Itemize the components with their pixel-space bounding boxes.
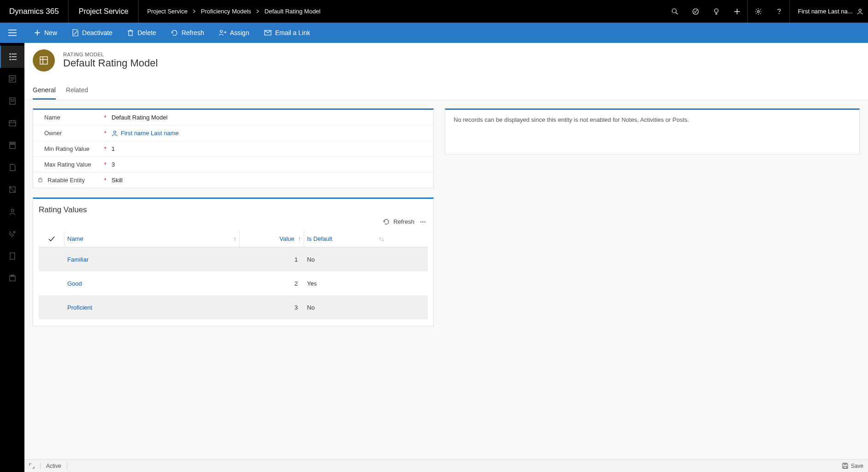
record-state: Active [46,463,61,469]
chevron-right-icon [192,9,196,13]
more-commands-icon[interactable]: ⋯ [420,218,427,225]
assign-label: Assign [230,29,249,36]
gear-icon[interactable] [748,0,768,23]
cell-name[interactable]: Good [65,280,240,287]
rail-item-1[interactable] [0,46,24,68]
deactivate-button[interactable]: Deactivate [66,23,118,43]
label-min-rating: Min Rating Value [44,145,104,152]
label-max-rating: Max Rating Value [44,161,104,168]
expand-icon[interactable] [29,463,35,469]
rating-values-grid: Familiar1NoGood2YesProficient3No [39,247,428,319]
table-row[interactable]: Good2Yes [39,271,428,295]
svg-rect-49 [13,143,14,144]
svg-point-18 [859,9,861,11]
column-value[interactable]: Value ↑ [240,231,304,247]
svg-line-13 [756,9,756,10]
general-form-panel: Name * Default Rating Model Owner * Firs… [33,108,434,188]
tab-general[interactable]: General [33,86,56,100]
column-name[interactable]: Name ↑ [65,231,240,247]
refresh-button[interactable]: Refresh [165,23,210,43]
record-header: RATING MODEL Default Rating Model [24,43,868,73]
delete-button[interactable]: Delete [122,23,161,43]
rail-item-4[interactable] [0,112,24,134]
email-icon [264,30,272,36]
plus-icon [34,30,41,36]
plus-icon[interactable] [726,0,747,23]
breadcrumb-item[interactable]: Default Rating Model [265,8,320,15]
subgrid-refresh-button[interactable]: Refresh [383,218,414,225]
assign-button[interactable]: Assign [213,23,255,43]
label-name: Name [44,114,104,121]
svg-point-0 [672,9,676,13]
name-field[interactable]: Default Rating Model [112,114,167,121]
rating-values-title: Rating Values [33,199,433,217]
task-flow-icon[interactable] [685,0,706,23]
save-button[interactable]: Save [842,463,863,469]
rail-item-5[interactable] [0,134,24,156]
global-top-bar: Dynamics 365 Project Service Project Ser… [0,0,868,23]
lock-icon [38,177,45,184]
user-menu[interactable]: First name Last na... [790,7,868,16]
help-icon[interactable] [768,0,789,23]
refresh-icon [383,219,390,225]
cell-name[interactable]: Proficient [65,304,240,311]
delete-label: Delete [137,29,156,36]
check-icon [48,236,55,242]
lightbulb-icon[interactable] [706,0,726,23]
record-entity-icon [33,49,55,72]
svg-rect-25 [129,31,132,36]
label-owner: Owner [44,130,104,137]
table-row[interactable]: Familiar1No [39,247,428,271]
save-icon [842,463,848,469]
timeline-panel: No records can be displayed since this e… [445,108,860,155]
breadcrumb-item[interactable]: Project Service [147,8,187,15]
rail-item-6[interactable] [0,156,24,179]
rail-item-3[interactable] [0,90,24,112]
chevron-right-icon [256,9,260,13]
search-icon[interactable] [664,0,685,23]
save-label: Save [851,463,863,469]
min-rating-field[interactable]: 1 [112,145,115,152]
page-title: Default Rating Model [63,57,158,69]
new-button[interactable]: New [29,23,63,43]
column-select[interactable] [39,232,65,246]
rail-item-7[interactable] [0,179,24,201]
refresh-label: Refresh [182,29,204,36]
svg-point-30 [9,54,11,55]
cell-name[interactable]: Familiar [65,256,240,263]
cell-value: 3 [240,304,304,311]
svg-point-8 [757,10,759,12]
rail-item-9[interactable] [0,223,24,245]
max-rating-field[interactable]: 3 [112,161,115,168]
rail-item-11[interactable] [0,267,24,289]
assign-icon [219,30,226,36]
email-link-button[interactable]: Email a Link [259,23,316,43]
rating-values-panel: Rating Values Refresh ⋯ Name ↑ [33,197,434,326]
hamburger-icon[interactable] [0,23,24,43]
rail-item-8[interactable] [0,201,24,223]
sort-both-icon: ↑↓ [378,235,384,242]
owner-field[interactable]: First name Last name [112,130,179,137]
app-module-name[interactable]: Project Service [69,0,139,23]
timeline-empty-message: No records can be displayed since this e… [454,116,851,123]
column-is-default[interactable]: Is Default ↑↓ [304,231,387,247]
required-marker: * [104,177,112,184]
rail-item-10[interactable] [0,245,24,267]
cell-value: 1 [240,256,304,263]
cell-is-default: No [304,304,387,311]
trash-icon [127,29,134,36]
svg-point-53 [13,231,15,233]
record-kicker: RATING MODEL [63,52,158,57]
label-ratable-entity: Ratable Entity [38,177,104,184]
rail-item-2[interactable] [0,68,24,90]
owner-name: First name Last name [121,130,179,137]
svg-point-32 [9,59,11,60]
tab-related[interactable]: Related [66,86,88,100]
svg-point-17 [779,13,779,14]
person-icon [112,130,118,137]
brand-name[interactable]: Dynamics 365 [0,0,69,23]
table-row[interactable]: Proficient3No [39,295,428,319]
breadcrumb-item[interactable]: Proficiency Models [201,8,251,15]
status-bar: Active Save [24,459,868,472]
user-display-name: First name Last na... [798,8,853,15]
